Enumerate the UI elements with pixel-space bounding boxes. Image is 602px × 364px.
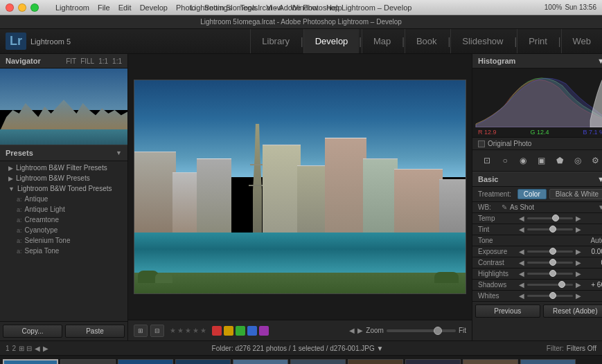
presets-header[interactable]: Presets ▼ — [0, 145, 127, 161]
exposure-thumb[interactable] — [549, 248, 556, 255]
spot-removal-tool[interactable]: ○ — [497, 153, 513, 168]
treatment-bw-btn[interactable]: Black & White — [549, 189, 602, 199]
temp-thumb[interactable] — [552, 215, 559, 221]
page-num-2[interactable]: 2 — [12, 345, 17, 352]
tint-thumb[interactable] — [549, 226, 556, 233]
yellow-label[interactable] — [224, 326, 233, 336]
mac-window-controls[interactable] — [6, 3, 39, 12]
paste-button[interactable]: Paste — [65, 325, 125, 338]
crop-tool[interactable]: ⊡ — [479, 153, 495, 168]
contrast-increase-icon[interactable]: ▶ — [576, 259, 581, 266]
film-thumb-8[interactable] — [405, 359, 461, 364]
film-thumb-4[interactable] — [175, 359, 231, 364]
treatment-color-btn[interactable]: Color — [517, 189, 547, 199]
preset-group-item-bw[interactable]: ▶ Lightroom B&W Presets — [0, 173, 127, 183]
navigator-controls[interactable]: FIT FILL 1:1 1:1 — [66, 57, 122, 65]
exposure-slider[interactable] — [527, 251, 573, 253]
zoom-fit-label[interactable]: Fit — [459, 327, 466, 334]
copy-button[interactable]: Copy... — [3, 325, 62, 338]
star-3[interactable]: ★ — [185, 327, 191, 334]
shadows-slider[interactable] — [527, 284, 573, 286]
film-thumb-1[interactable] — [3, 359, 58, 364]
previous-button[interactable]: Previous — [475, 304, 540, 318]
whites-decrease-icon[interactable]: ◀ — [519, 292, 524, 300]
film-thumb-7[interactable] — [348, 359, 403, 364]
preset-sepia[interactable]: a: Sepia Tone — [0, 246, 127, 256]
green-label[interactable] — [236, 326, 245, 336]
whites-slider[interactable] — [527, 295, 573, 297]
red-label[interactable] — [212, 326, 222, 336]
histogram-arrow[interactable]: ▼ — [597, 57, 602, 65]
target-tool[interactable]: ◎ — [570, 153, 585, 168]
preset-group-item-bwtoned[interactable]: ▼ Lightroom B&W Toned Presets — [0, 183, 127, 194]
nav-fill[interactable]: FILL — [80, 57, 94, 65]
purple-label[interactable] — [259, 326, 269, 336]
nav-1to1[interactable]: 1:1 — [98, 57, 108, 65]
film-thumb-9[interactable] — [463, 359, 518, 364]
preset-group-item-bwfilter[interactable]: ▶ Lightroom B&W Filter Presets — [0, 163, 127, 173]
menu-window[interactable]: Window — [291, 3, 318, 12]
prev-arrow-icon[interactable]: ◀ — [35, 345, 40, 352]
shadows-increase-icon[interactable]: ▶ — [576, 281, 581, 289]
next-arrow-icon[interactable]: ▶ — [43, 345, 48, 352]
tab-library[interactable]: Library — [250, 29, 301, 53]
contrast-thumb[interactable] — [549, 259, 556, 266]
menu-lightroom[interactable]: Lightroom — [55, 3, 89, 12]
list-layout-icon[interactable]: ⊟ — [26, 345, 32, 352]
menu-help[interactable]: Help — [326, 3, 342, 12]
wb-picker-icon[interactable]: ✎ — [502, 203, 507, 211]
wb-dropdown[interactable]: As Shot — [510, 203, 595, 211]
preset-antique[interactable]: a: Antique — [0, 194, 127, 204]
nav-fit[interactable]: FIT — [66, 57, 76, 65]
tab-slideshow[interactable]: Slideshow — [450, 29, 514, 53]
contrast-slider[interactable] — [527, 262, 573, 264]
star-4[interactable]: ★ — [193, 327, 199, 334]
preset-antique-light[interactable]: a: Antique Light — [0, 204, 127, 215]
highlights-slider[interactable] — [527, 273, 573, 275]
tab-book[interactable]: Book — [405, 29, 448, 53]
temp-slider[interactable] — [527, 217, 573, 219]
minimize-button[interactable] — [18, 3, 26, 12]
film-thumb-5[interactable] — [233, 359, 288, 364]
shadows-thumb[interactable] — [558, 281, 565, 288]
film-thumb-2[interactable] — [60, 359, 116, 364]
film-thumb-3[interactable] — [118, 359, 173, 364]
tone-auto[interactable]: Auto — [590, 237, 602, 244]
page-num-1[interactable]: 1 — [6, 345, 10, 352]
zoom-right-arrow[interactable]: ▶ — [357, 327, 363, 334]
whites-thumb[interactable] — [549, 292, 556, 299]
tint-increase-icon[interactable]: ▶ — [576, 226, 581, 233]
tab-print[interactable]: Print — [517, 29, 558, 53]
tint-slider[interactable] — [527, 228, 573, 230]
reset-button[interactable]: Reset (Adobe) — [543, 304, 603, 318]
menu-edit[interactable]: Edit — [118, 3, 132, 12]
blue-label[interactable] — [247, 326, 257, 336]
star-2[interactable]: ★ — [177, 327, 184, 334]
tab-develop[interactable]: Develop — [303, 29, 360, 53]
star-1[interactable]: ★ — [170, 327, 176, 334]
menu-file[interactable]: File — [98, 3, 110, 12]
exposure-decrease-icon[interactable]: ◀ — [519, 248, 524, 255]
zoom-left-arrow[interactable]: ◀ — [349, 327, 355, 334]
film-thumb-6[interactable] — [290, 359, 346, 364]
menu-settings[interactable]: Settings — [204, 3, 232, 12]
preset-cyanotype[interactable]: a: Cyanotype — [0, 225, 127, 235]
brush-tool[interactable]: ⬟ — [552, 153, 567, 168]
close-button[interactable] — [6, 3, 14, 12]
grid-layout-icon[interactable]: ⊞ — [19, 345, 24, 352]
highlights-decrease-icon[interactable]: ◀ — [519, 270, 524, 277]
tab-web[interactable]: Web — [561, 29, 603, 53]
menu-develop[interactable]: Develop — [140, 3, 168, 12]
preset-creamtone[interactable]: a: Creamtone — [0, 215, 127, 225]
preset-selenium[interactable]: a: Selenium Tone — [0, 235, 127, 246]
basic-panel-header[interactable]: Basic ▼ — [472, 172, 602, 187]
highlights-thumb[interactable] — [549, 270, 556, 277]
filter-value[interactable]: Filters Off — [567, 345, 596, 352]
main-photo[interactable] — [134, 80, 466, 294]
shadows-decrease-icon[interactable]: ◀ — [519, 281, 524, 289]
zoom-thumb[interactable] — [434, 327, 442, 335]
tab-map[interactable]: Map — [362, 29, 402, 53]
nav-zoom[interactable]: 1:1 — [112, 57, 122, 65]
menu-tools[interactable]: Tools — [240, 3, 258, 12]
exposure-increase-icon[interactable]: ▶ — [576, 248, 581, 255]
